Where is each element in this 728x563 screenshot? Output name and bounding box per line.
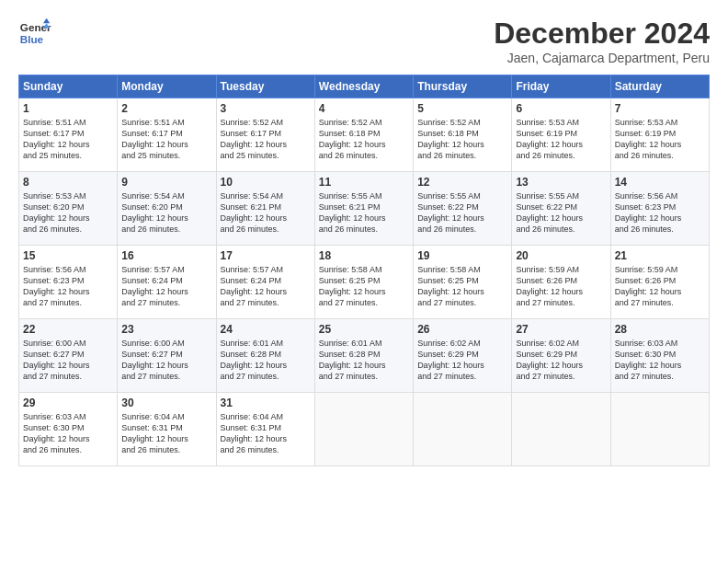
day-number: 11: [319, 176, 409, 189]
day-number: 2: [121, 102, 211, 115]
day-info: Sunrise: 6:03 AM Sunset: 6:30 PM Dayligh…: [23, 411, 113, 456]
table-row: 16Sunrise: 5:57 AM Sunset: 6:24 PM Dayli…: [118, 246, 216, 319]
day-number: 7: [615, 102, 705, 115]
table-row: 6Sunrise: 5:53 AM Sunset: 6:19 PM Daylig…: [512, 98, 610, 172]
day-info: Sunrise: 5:53 AM Sunset: 6:20 PM Dayligh…: [23, 190, 113, 236]
day-info: Sunrise: 5:59 AM Sunset: 6:26 PM Dayligh…: [516, 264, 606, 309]
day-info: Sunrise: 5:58 AM Sunset: 6:25 PM Dayligh…: [319, 264, 409, 309]
day-number: 13: [516, 176, 606, 189]
table-row: 29Sunrise: 6:03 AM Sunset: 6:30 PM Dayli…: [19, 393, 118, 466]
day-number: 31: [221, 396, 311, 409]
table-row: 18Sunrise: 5:58 AM Sunset: 6:25 PM Dayli…: [314, 246, 413, 319]
day-info: Sunrise: 5:52 AM Sunset: 6:18 PM Dayligh…: [319, 117, 409, 162]
table-row: 23Sunrise: 6:00 AM Sunset: 6:27 PM Dayli…: [118, 319, 216, 393]
table-row: [512, 393, 610, 466]
day-info: Sunrise: 5:54 AM Sunset: 6:20 PM Dayligh…: [121, 190, 211, 236]
day-number: 9: [121, 176, 211, 189]
col-friday: Friday: [512, 75, 610, 98]
day-number: 18: [319, 249, 409, 262]
day-info: Sunrise: 6:04 AM Sunset: 6:31 PM Dayligh…: [221, 411, 311, 456]
table-row: 24Sunrise: 6:01 AM Sunset: 6:28 PM Dayli…: [216, 319, 314, 393]
col-tuesday: Tuesday: [216, 75, 314, 98]
table-row: 1Sunrise: 5:51 AM Sunset: 6:17 PM Daylig…: [19, 98, 118, 172]
day-number: 3: [221, 102, 311, 115]
day-info: Sunrise: 6:00 AM Sunset: 6:27 PM Dayligh…: [121, 338, 211, 383]
day-number: 27: [516, 323, 606, 336]
day-number: 19: [417, 249, 507, 262]
title-block: December 2024 Jaen, Cajamarca Department…: [494, 17, 710, 65]
day-number: 8: [23, 176, 113, 189]
col-monday: Monday: [118, 75, 216, 98]
day-number: 15: [23, 249, 113, 262]
day-info: Sunrise: 5:52 AM Sunset: 6:18 PM Dayligh…: [417, 117, 507, 162]
table-row: 25Sunrise: 6:01 AM Sunset: 6:28 PM Dayli…: [314, 319, 413, 393]
day-info: Sunrise: 5:53 AM Sunset: 6:19 PM Dayligh…: [615, 117, 705, 162]
table-row: 3Sunrise: 5:52 AM Sunset: 6:17 PM Daylig…: [216, 98, 314, 172]
day-number: 12: [417, 176, 507, 189]
col-wednesday: Wednesday: [314, 75, 413, 98]
table-row: 22Sunrise: 6:00 AM Sunset: 6:27 PM Dayli…: [19, 319, 118, 393]
table-row: 2Sunrise: 5:51 AM Sunset: 6:17 PM Daylig…: [118, 98, 216, 172]
page-header: General Blue December 2024 Jaen, Cajamar…: [18, 17, 710, 65]
calendar-week-5: 29Sunrise: 6:03 AM Sunset: 6:30 PM Dayli…: [19, 393, 710, 466]
table-row: 11Sunrise: 5:55 AM Sunset: 6:21 PM Dayli…: [314, 172, 413, 246]
day-info: Sunrise: 5:55 AM Sunset: 6:22 PM Dayligh…: [516, 190, 606, 236]
table-row: 5Sunrise: 5:52 AM Sunset: 6:18 PM Daylig…: [414, 98, 512, 172]
day-number: 29: [23, 396, 113, 409]
day-number: 10: [221, 176, 311, 189]
day-number: 6: [516, 102, 606, 115]
table-row: [610, 393, 709, 466]
day-info: Sunrise: 5:51 AM Sunset: 6:17 PM Dayligh…: [23, 117, 113, 162]
day-number: 1: [23, 102, 113, 115]
table-row: 27Sunrise: 6:02 AM Sunset: 6:29 PM Dayli…: [512, 319, 610, 393]
day-info: Sunrise: 6:00 AM Sunset: 6:27 PM Dayligh…: [23, 338, 113, 383]
calendar-week-3: 15Sunrise: 5:56 AM Sunset: 6:23 PM Dayli…: [19, 246, 710, 319]
day-info: Sunrise: 5:57 AM Sunset: 6:24 PM Dayligh…: [221, 264, 311, 309]
col-sunday: Sunday: [19, 75, 118, 98]
logo-icon: General Blue: [18, 17, 51, 50]
day-number: 22: [23, 323, 113, 336]
table-row: 4Sunrise: 5:52 AM Sunset: 6:18 PM Daylig…: [314, 98, 413, 172]
table-row: [414, 393, 512, 466]
month-title: December 2024: [494, 17, 710, 51]
day-info: Sunrise: 6:03 AM Sunset: 6:30 PM Dayligh…: [615, 338, 705, 383]
day-number: 16: [121, 249, 211, 262]
calendar-header-row: Sunday Monday Tuesday Wednesday Thursday…: [19, 75, 710, 98]
day-number: 26: [417, 323, 507, 336]
col-thursday: Thursday: [414, 75, 512, 98]
table-row: 10Sunrise: 5:54 AM Sunset: 6:21 PM Dayli…: [216, 172, 314, 246]
table-row: 14Sunrise: 5:56 AM Sunset: 6:23 PM Dayli…: [610, 172, 709, 246]
table-row: 19Sunrise: 5:58 AM Sunset: 6:25 PM Dayli…: [414, 246, 512, 319]
day-info: Sunrise: 5:52 AM Sunset: 6:17 PM Dayligh…: [221, 117, 311, 162]
table-row: 31Sunrise: 6:04 AM Sunset: 6:31 PM Dayli…: [216, 393, 314, 466]
table-row: 28Sunrise: 6:03 AM Sunset: 6:30 PM Dayli…: [610, 319, 709, 393]
day-number: 25: [319, 323, 409, 336]
table-row: 26Sunrise: 6:02 AM Sunset: 6:29 PM Dayli…: [414, 319, 512, 393]
day-number: 5: [417, 102, 507, 115]
table-row: 15Sunrise: 5:56 AM Sunset: 6:23 PM Dayli…: [19, 246, 118, 319]
day-info: Sunrise: 5:54 AM Sunset: 6:21 PM Dayligh…: [221, 190, 311, 236]
day-info: Sunrise: 5:56 AM Sunset: 6:23 PM Dayligh…: [615, 190, 705, 236]
day-number: 14: [615, 176, 705, 189]
day-info: Sunrise: 5:55 AM Sunset: 6:22 PM Dayligh…: [417, 190, 507, 236]
day-number: 30: [121, 396, 211, 409]
day-number: 4: [319, 102, 409, 115]
day-number: 21: [615, 249, 705, 262]
table-row: 20Sunrise: 5:59 AM Sunset: 6:26 PM Dayli…: [512, 246, 610, 319]
table-row: 7Sunrise: 5:53 AM Sunset: 6:19 PM Daylig…: [610, 98, 709, 172]
day-info: Sunrise: 5:59 AM Sunset: 6:26 PM Dayligh…: [615, 264, 705, 309]
table-row: 21Sunrise: 5:59 AM Sunset: 6:26 PM Dayli…: [610, 246, 709, 319]
col-saturday: Saturday: [610, 75, 709, 98]
table-row: 9Sunrise: 5:54 AM Sunset: 6:20 PM Daylig…: [118, 172, 216, 246]
day-info: Sunrise: 5:57 AM Sunset: 6:24 PM Dayligh…: [121, 264, 211, 309]
day-number: 28: [615, 323, 705, 336]
table-row: [314, 393, 413, 466]
day-info: Sunrise: 5:56 AM Sunset: 6:23 PM Dayligh…: [23, 264, 113, 309]
day-info: Sunrise: 6:01 AM Sunset: 6:28 PM Dayligh…: [319, 338, 409, 383]
calendar-week-4: 22Sunrise: 6:00 AM Sunset: 6:27 PM Dayli…: [19, 319, 710, 393]
table-row: 12Sunrise: 5:55 AM Sunset: 6:22 PM Dayli…: [414, 172, 512, 246]
table-row: 8Sunrise: 5:53 AM Sunset: 6:20 PM Daylig…: [19, 172, 118, 246]
calendar-week-1: 1Sunrise: 5:51 AM Sunset: 6:17 PM Daylig…: [19, 98, 710, 172]
table-row: 17Sunrise: 5:57 AM Sunset: 6:24 PM Dayli…: [216, 246, 314, 319]
table-row: 30Sunrise: 6:04 AM Sunset: 6:31 PM Dayli…: [118, 393, 216, 466]
